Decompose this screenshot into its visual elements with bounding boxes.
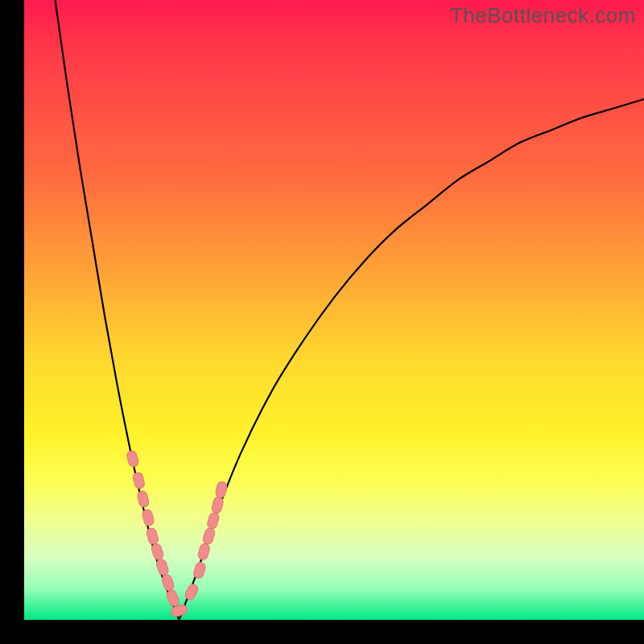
sample-marker [126,450,139,469]
sample-marker [206,512,220,530]
watermark-text: TheBottleneck.com [450,3,636,28]
sample-marker [151,543,165,561]
sample-marker [161,573,175,592]
sample-marker [132,472,146,489]
sample-marker [202,527,216,546]
sample-marker [197,543,211,560]
curve-left-branch [56,0,180,620]
sample-marker [184,583,200,601]
sample-marker [215,481,228,498]
sample-marker [142,509,155,526]
sample-marker [155,558,170,576]
sample-marker [192,561,206,580]
bottleneck-curve-svg [24,0,644,620]
chart-plot-area [24,0,644,620]
sample-marker [137,490,150,508]
sample-marker [146,527,159,545]
sample-marker [211,496,225,514]
sample-markers-group [126,450,228,618]
curve-right-branch [180,99,645,620]
